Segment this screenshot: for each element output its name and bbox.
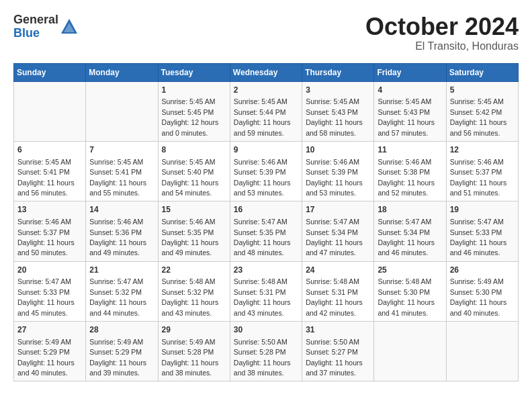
day-number: 19 <box>450 204 515 216</box>
day-number: 24 <box>306 265 370 276</box>
day-number: 22 <box>162 265 226 276</box>
logo-icon <box>60 17 79 36</box>
weekday-header: Sunday <box>14 63 86 81</box>
day-detail: Sunrise: 5:47 AM Sunset: 5:35 PM Dayligh… <box>234 218 291 257</box>
calendar-cell <box>446 322 518 381</box>
calendar-cell: 18Sunrise: 5:47 AM Sunset: 5:34 PM Dayli… <box>374 201 446 261</box>
page-header: General Blue October 2024 El Transito, H… <box>13 13 519 52</box>
calendar-cell: 6Sunrise: 5:45 AM Sunset: 5:41 PM Daylig… <box>14 141 86 201</box>
weekday-header: Friday <box>374 63 446 81</box>
logo-general-text: General <box>13 13 58 27</box>
calendar-cell: 21Sunrise: 5:47 AM Sunset: 5:32 PM Dayli… <box>86 261 158 321</box>
day-number: 28 <box>89 324 154 336</box>
day-detail: Sunrise: 5:46 AM Sunset: 5:39 PM Dayligh… <box>306 158 363 197</box>
logo: General Blue <box>13 13 79 40</box>
day-detail: Sunrise: 5:45 AM Sunset: 5:41 PM Dayligh… <box>89 158 146 197</box>
day-detail: Sunrise: 5:45 AM Sunset: 5:43 PM Dayligh… <box>306 97 363 136</box>
day-detail: Sunrise: 5:47 AM Sunset: 5:33 PM Dayligh… <box>17 277 75 316</box>
calendar-cell: 28Sunrise: 5:49 AM Sunset: 5:29 PM Dayli… <box>86 322 158 381</box>
day-number: 14 <box>89 204 154 216</box>
calendar-cell: 12Sunrise: 5:46 AM Sunset: 5:37 PM Dayli… <box>446 141 518 201</box>
calendar-cell: 4Sunrise: 5:45 AM Sunset: 5:43 PM Daylig… <box>374 81 446 141</box>
day-number: 29 <box>162 324 226 336</box>
day-number: 9 <box>234 144 298 156</box>
day-number: 25 <box>378 265 442 276</box>
day-number: 8 <box>162 144 226 156</box>
day-detail: Sunrise: 5:48 AM Sunset: 5:31 PM Dayligh… <box>306 277 363 316</box>
calendar-cell: 15Sunrise: 5:46 AM Sunset: 5:35 PM Dayli… <box>158 201 230 261</box>
day-detail: Sunrise: 5:50 AM Sunset: 5:27 PM Dayligh… <box>306 338 363 377</box>
calendar-table: SundayMondayTuesdayWednesdayThursdayFrid… <box>13 63 519 382</box>
day-number: 15 <box>162 204 226 216</box>
day-number: 16 <box>234 204 298 216</box>
day-number: 2 <box>234 85 298 96</box>
calendar-cell <box>374 322 446 381</box>
day-detail: Sunrise: 5:46 AM Sunset: 5:37 PM Dayligh… <box>17 218 75 257</box>
day-detail: Sunrise: 5:47 AM Sunset: 5:34 PM Dayligh… <box>378 218 435 257</box>
day-number: 20 <box>17 265 82 276</box>
weekday-header: Monday <box>86 63 158 81</box>
day-detail: Sunrise: 5:45 AM Sunset: 5:40 PM Dayligh… <box>162 158 219 197</box>
calendar-cell: 19Sunrise: 5:47 AM Sunset: 5:33 PM Dayli… <box>446 201 518 261</box>
day-detail: Sunrise: 5:45 AM Sunset: 5:41 PM Dayligh… <box>17 158 75 197</box>
day-number: 13 <box>17 204 82 216</box>
calendar-cell: 7Sunrise: 5:45 AM Sunset: 5:41 PM Daylig… <box>86 141 158 201</box>
day-number: 7 <box>89 144 154 156</box>
day-number: 10 <box>306 144 370 156</box>
calendar-week-row: 27Sunrise: 5:49 AM Sunset: 5:29 PM Dayli… <box>14 322 519 381</box>
calendar-week-row: 6Sunrise: 5:45 AM Sunset: 5:41 PM Daylig… <box>14 141 519 201</box>
calendar-cell: 10Sunrise: 5:46 AM Sunset: 5:39 PM Dayli… <box>302 141 374 201</box>
day-detail: Sunrise: 5:49 AM Sunset: 5:28 PM Dayligh… <box>162 338 219 377</box>
day-number: 5 <box>450 85 515 96</box>
day-detail: Sunrise: 5:45 AM Sunset: 5:45 PM Dayligh… <box>162 97 219 136</box>
day-number: 31 <box>306 324 370 336</box>
day-detail: Sunrise: 5:48 AM Sunset: 5:31 PM Dayligh… <box>234 277 291 316</box>
day-detail: Sunrise: 5:49 AM Sunset: 5:29 PM Dayligh… <box>89 338 146 377</box>
calendar-week-row: 20Sunrise: 5:47 AM Sunset: 5:33 PM Dayli… <box>14 261 519 321</box>
calendar-week-row: 1Sunrise: 5:45 AM Sunset: 5:45 PM Daylig… <box>14 81 519 141</box>
calendar-cell: 25Sunrise: 5:48 AM Sunset: 5:30 PM Dayli… <box>374 261 446 321</box>
weekday-header: Wednesday <box>230 63 302 81</box>
calendar-cell <box>14 81 86 141</box>
day-number: 4 <box>378 85 442 96</box>
day-number: 17 <box>306 204 370 216</box>
calendar-cell: 1Sunrise: 5:45 AM Sunset: 5:45 PM Daylig… <box>158 81 230 141</box>
day-number: 3 <box>306 85 370 96</box>
day-number: 18 <box>378 204 442 216</box>
day-number: 30 <box>234 324 298 336</box>
calendar-cell: 29Sunrise: 5:49 AM Sunset: 5:28 PM Dayli… <box>158 322 230 381</box>
calendar-cell: 2Sunrise: 5:45 AM Sunset: 5:44 PM Daylig… <box>230 81 302 141</box>
day-detail: Sunrise: 5:48 AM Sunset: 5:32 PM Dayligh… <box>162 277 219 316</box>
calendar-cell: 23Sunrise: 5:48 AM Sunset: 5:31 PM Dayli… <box>230 261 302 321</box>
calendar-cell: 24Sunrise: 5:48 AM Sunset: 5:31 PM Dayli… <box>302 261 374 321</box>
calendar-cell: 30Sunrise: 5:50 AM Sunset: 5:28 PM Dayli… <box>230 322 302 381</box>
calendar-cell: 16Sunrise: 5:47 AM Sunset: 5:35 PM Dayli… <box>230 201 302 261</box>
day-detail: Sunrise: 5:49 AM Sunset: 5:30 PM Dayligh… <box>450 277 507 316</box>
calendar-cell: 5Sunrise: 5:45 AM Sunset: 5:42 PM Daylig… <box>446 81 518 141</box>
day-number: 23 <box>234 265 298 276</box>
weekday-header: Thursday <box>302 63 374 81</box>
day-detail: Sunrise: 5:45 AM Sunset: 5:43 PM Dayligh… <box>378 97 435 136</box>
day-detail: Sunrise: 5:46 AM Sunset: 5:35 PM Dayligh… <box>162 218 219 257</box>
page-subtitle: El Transito, Honduras <box>365 40 519 52</box>
calendar-cell: 9Sunrise: 5:46 AM Sunset: 5:39 PM Daylig… <box>230 141 302 201</box>
day-detail: Sunrise: 5:50 AM Sunset: 5:28 PM Dayligh… <box>234 338 291 377</box>
calendar-cell: 27Sunrise: 5:49 AM Sunset: 5:29 PM Dayli… <box>14 322 86 381</box>
calendar-cell: 17Sunrise: 5:47 AM Sunset: 5:34 PM Dayli… <box>302 201 374 261</box>
day-number: 6 <box>17 144 82 156</box>
logo-blue-text: Blue <box>13 27 58 40</box>
calendar-cell: 3Sunrise: 5:45 AM Sunset: 5:43 PM Daylig… <box>302 81 374 141</box>
weekday-header-row: SundayMondayTuesdayWednesdayThursdayFrid… <box>14 63 519 81</box>
day-detail: Sunrise: 5:46 AM Sunset: 5:39 PM Dayligh… <box>234 158 291 197</box>
calendar-week-row: 13Sunrise: 5:46 AM Sunset: 5:37 PM Dayli… <box>14 201 519 261</box>
weekday-header: Tuesday <box>158 63 230 81</box>
day-number: 11 <box>378 144 442 156</box>
calendar-cell: 14Sunrise: 5:46 AM Sunset: 5:36 PM Dayli… <box>86 201 158 261</box>
day-number: 1 <box>162 85 226 96</box>
title-block: October 2024 El Transito, Honduras <box>365 13 519 52</box>
calendar-cell: 20Sunrise: 5:47 AM Sunset: 5:33 PM Dayli… <box>14 261 86 321</box>
day-detail: Sunrise: 5:48 AM Sunset: 5:30 PM Dayligh… <box>378 277 435 316</box>
day-number: 21 <box>89 265 154 276</box>
day-number: 12 <box>450 144 515 156</box>
day-detail: Sunrise: 5:46 AM Sunset: 5:36 PM Dayligh… <box>89 218 146 257</box>
